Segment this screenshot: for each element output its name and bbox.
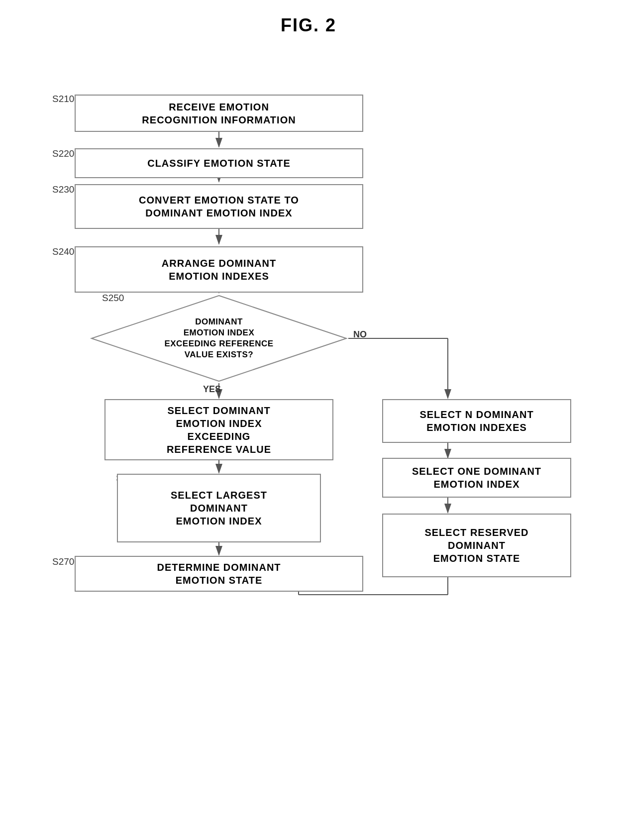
box-s260: SELECT DOMINANT EMOTION INDEX EXCEEDING …: [104, 399, 333, 460]
box-s230-text: CONVERT EMOTION STATE TO DOMINANT EMOTIO…: [139, 194, 299, 219]
no-label: NO: [353, 329, 367, 340]
box-s275-text: SELECT N DOMINANT EMOTION INDEXES: [419, 408, 533, 434]
box-s280: SELECT ONE DOMINANT EMOTION INDEX: [382, 458, 571, 498]
box-s220-text: CLASSIFY EMOTION STATE: [147, 157, 291, 170]
label-s220: S220: [52, 148, 74, 159]
diamond-s250: DOMINANT EMOTION INDEX EXCEEDING REFEREN…: [90, 294, 348, 383]
box-s270-text: DETERMINE DOMINANT EMOTION STATE: [157, 561, 281, 587]
box-s270: DETERMINE DOMINANT EMOTION STATE: [75, 556, 363, 592]
page: FIG. 2: [0, 0, 617, 840]
label-s270: S270: [52, 556, 74, 567]
box-s265-text: SELECT LARGEST DOMINANT EMOTION INDEX: [171, 489, 267, 527]
box-s220: CLASSIFY EMOTION STATE: [75, 148, 363, 178]
box-s240: ARRANGE DOMINANT EMOTION INDEXES: [75, 246, 363, 293]
yes-label: YES: [203, 384, 221, 395]
box-s265: SELECT LARGEST DOMINANT EMOTION INDEX: [117, 474, 321, 542]
box-s285-text: SELECT RESERVED DOMINANT EMOTION STATE: [424, 526, 528, 565]
box-s240-text: ARRANGE DOMINANT EMOTION INDEXES: [162, 257, 276, 283]
flowchart: NO YES S210 S220 S230 S240 S250 S260 S26…: [25, 40, 592, 831]
label-s240: S240: [52, 246, 74, 257]
label-s230: S230: [52, 184, 74, 195]
box-s280-text: SELECT ONE DOMINANT EMOTION INDEX: [412, 465, 541, 491]
box-s260-text: SELECT DOMINANT EMOTION INDEX EXCEEDING …: [167, 404, 271, 456]
diamond-s250-text: DOMINANT EMOTION INDEX EXCEEDING REFEREN…: [149, 316, 288, 360]
box-s210-text: RECEIVE EMOTION RECOGNITION INFORMATION: [142, 101, 296, 126]
box-s285: SELECT RESERVED DOMINANT EMOTION STATE: [382, 514, 571, 577]
box-s275: SELECT N DOMINANT EMOTION INDEXES: [382, 399, 571, 443]
box-s230: CONVERT EMOTION STATE TO DOMINANT EMOTIO…: [75, 184, 363, 229]
label-s210: S210: [52, 94, 74, 105]
figure-title: FIG. 2: [0, 0, 617, 36]
box-s210: RECEIVE EMOTION RECOGNITION INFORMATION: [75, 95, 363, 132]
